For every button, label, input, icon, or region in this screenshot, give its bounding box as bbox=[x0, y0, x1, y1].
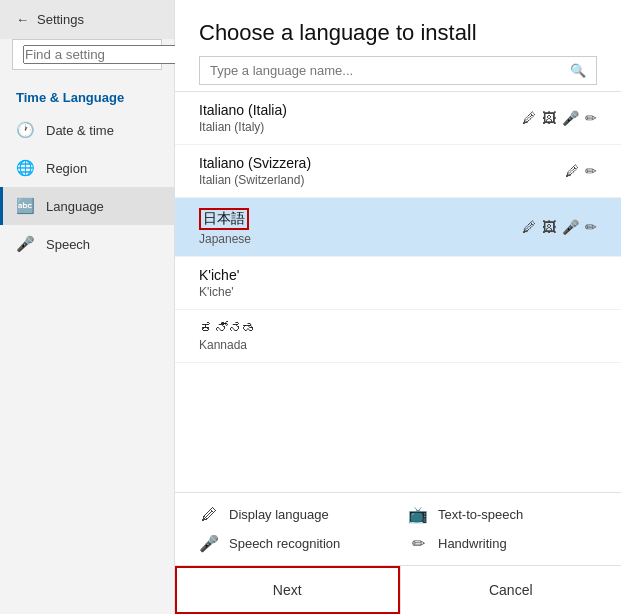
tts-icon: 📺 bbox=[408, 505, 428, 524]
sidebar-label-language: Language bbox=[46, 199, 104, 214]
button-row: Next Cancel bbox=[175, 565, 621, 614]
sidebar-section-title: Time & Language bbox=[0, 82, 174, 111]
lang-text-japanese: 日本語 Japanese bbox=[199, 208, 522, 246]
lang-text-italiano-italia: Italiano (Italia) Italian (Italy) bbox=[199, 102, 522, 134]
sidebar-item-region[interactable]: 🌐 Region bbox=[0, 149, 174, 187]
lang-name-japanese: 日本語 bbox=[199, 208, 249, 230]
feature-text-to-speech: 📺 Text-to-speech bbox=[408, 505, 597, 524]
clock-icon: 🕐 bbox=[16, 121, 34, 139]
sidebar-item-language[interactable]: 🔤 Language bbox=[0, 187, 174, 225]
lang-text-kannada: ಕನ್ನಡ Kannada bbox=[199, 320, 597, 352]
speech-rec-icon: 🎤 bbox=[199, 534, 219, 553]
edit-icon: ✏ bbox=[585, 163, 597, 179]
display-icon: 🖼 bbox=[542, 219, 556, 235]
lang-icons: 🖉 🖼 🎤 ✏ bbox=[522, 219, 597, 235]
lang-text-italiano-svizzera: Italiano (Svizzera) Italian (Switzerland… bbox=[199, 155, 565, 187]
sidebar-label-date-time: Date & time bbox=[46, 123, 114, 138]
list-item[interactable]: K'iche' K'iche' bbox=[175, 257, 621, 310]
sidebar: ← Settings Time & Language 🕐 Date & time… bbox=[0, 0, 175, 614]
feature-panel: 🖉 Display language 📺 Text-to-speech 🎤 Sp… bbox=[175, 492, 621, 565]
feature-display-label: Display language bbox=[229, 507, 329, 522]
lang-text-kiche: K'iche' K'iche' bbox=[199, 267, 597, 299]
list-item[interactable]: Italiano (Svizzera) Italian (Switzerland… bbox=[175, 145, 621, 198]
display-lang-icon: 🖉 bbox=[199, 506, 219, 524]
lang-icons: 🖉 🖼 🎤 ✏ bbox=[522, 110, 597, 126]
feature-speech-label: Speech recognition bbox=[229, 536, 340, 551]
sidebar-search-input[interactable] bbox=[23, 45, 196, 64]
sidebar-label-speech: Speech bbox=[46, 237, 90, 252]
language-icon: 🔤 bbox=[16, 197, 34, 215]
lang-subtitle: Italian (Switzerland) bbox=[199, 173, 565, 187]
display-icon: 🖼 bbox=[542, 110, 556, 126]
feature-speech-recognition: 🎤 Speech recognition bbox=[199, 534, 388, 553]
sidebar-search-container bbox=[12, 39, 162, 70]
sidebar-item-speech[interactable]: 🎤 Speech bbox=[0, 225, 174, 263]
microphone-icon: 🎤 bbox=[16, 235, 34, 253]
edit-icon: ✏ bbox=[585, 219, 597, 235]
language-list: Italiano (Italia) Italian (Italy) 🖉 🖼 🎤 … bbox=[175, 91, 621, 492]
lang-name: Italiano (Svizzera) bbox=[199, 155, 565, 171]
feature-tts-label: Text-to-speech bbox=[438, 507, 523, 522]
lang-subtitle: Kannada bbox=[199, 338, 597, 352]
lang-name: ಕನ್ನಡ bbox=[199, 320, 597, 336]
list-item[interactable]: ಕನ್ನಡ Kannada bbox=[175, 310, 621, 363]
language-search-bar: 🔍 bbox=[199, 56, 597, 85]
feature-handwriting: ✏ Handwriting bbox=[408, 534, 597, 553]
feature-handwriting-label: Handwriting bbox=[438, 536, 507, 551]
lang-name: Italiano (Italia) bbox=[199, 102, 522, 118]
mic-icon: 🎤 bbox=[562, 219, 579, 235]
back-button[interactable]: ← Settings bbox=[0, 0, 174, 39]
pen-icon: 🖉 bbox=[565, 163, 579, 179]
handwriting-icon: ✏ bbox=[408, 534, 428, 553]
feature-display-language: 🖉 Display language bbox=[199, 505, 388, 524]
pen-icon: 🖉 bbox=[522, 219, 536, 235]
back-arrow-icon: ← bbox=[16, 12, 29, 27]
sidebar-item-date-time[interactable]: 🕐 Date & time bbox=[0, 111, 174, 149]
back-label: Settings bbox=[37, 12, 84, 27]
mic-icon: 🎤 bbox=[562, 110, 579, 126]
lang-subtitle-japanese: Japanese bbox=[199, 232, 522, 246]
lang-subtitle: Italian (Italy) bbox=[199, 120, 522, 134]
lang-subtitle: K'iche' bbox=[199, 285, 597, 299]
globe-icon: 🌐 bbox=[16, 159, 34, 177]
list-item-japanese[interactable]: 日本語 Japanese 🖉 🖼 🎤 ✏ bbox=[175, 198, 621, 257]
language-search-input[interactable] bbox=[210, 63, 562, 78]
pen-icon: 🖉 bbox=[522, 110, 536, 126]
lang-name: K'iche' bbox=[199, 267, 597, 283]
list-item[interactable]: Italiano (Italia) Italian (Italy) 🖉 🖼 🎤 … bbox=[175, 92, 621, 145]
page-title: Choose a language to install bbox=[175, 0, 621, 56]
sidebar-label-region: Region bbox=[46, 161, 87, 176]
cancel-button[interactable]: Cancel bbox=[400, 566, 622, 614]
next-button[interactable]: Next bbox=[175, 566, 400, 614]
lang-icons: 🖉 ✏ bbox=[565, 163, 597, 179]
main-content: Choose a language to install 🔍 Italiano … bbox=[175, 0, 621, 614]
search-icon: 🔍 bbox=[570, 63, 586, 78]
edit-icon: ✏ bbox=[585, 110, 597, 126]
